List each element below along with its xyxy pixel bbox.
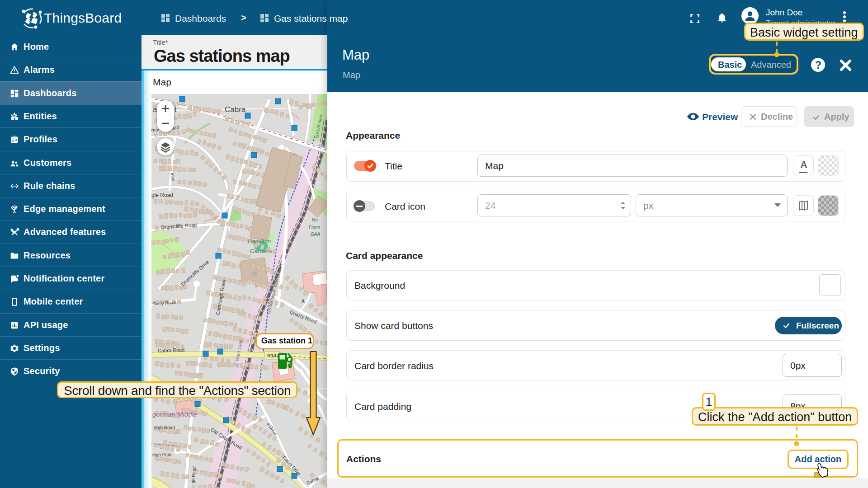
svg-text:R147: R147 [267, 353, 279, 358]
svg-text:🛒: 🛒 [252, 269, 259, 276]
svg-text:eigh Park: eigh Park [152, 452, 172, 457]
svg-text:Gardens: Gardens [250, 248, 273, 254]
svg-text:Cabra Road: Cabra Road [158, 347, 185, 353]
svg-text:Cabra: Cabra [225, 105, 246, 114]
svg-text:Hamilton: Hamilton [248, 238, 271, 244]
svg-text:gorman Middle: gorman Middle [152, 410, 197, 418]
svg-text:Fionn: Fionn [309, 225, 320, 230]
svg-text:ragh Road: ragh Road [154, 425, 175, 430]
svg-text:A: A [302, 299, 305, 304]
svg-text:GAA: GAA [311, 232, 320, 237]
svg-text:gle Road: gle Road [151, 192, 173, 198]
svg-text:No: No [312, 217, 318, 222]
